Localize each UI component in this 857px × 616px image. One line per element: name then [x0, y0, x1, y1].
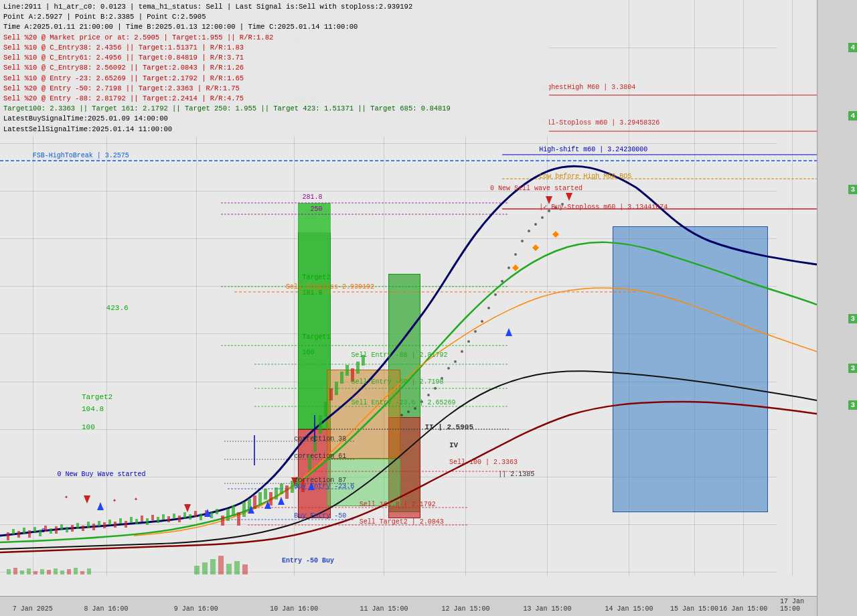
svg-rect-132 — [210, 559, 216, 574]
axis-badge-4-top: 4 — [848, 43, 857, 52]
time-label-5: 12 Jan 15:00 — [441, 605, 489, 613]
svg-rect-90 — [356, 362, 360, 374]
sell-stoploss-m60-label: Sell-Stoploss m60 | 3.29458326 — [539, 119, 659, 127]
svg-rect-48 — [130, 517, 133, 523]
svg-rect-55 — [167, 516, 170, 522]
svg-rect-59 — [189, 514, 191, 520]
roman-2-label: II | 2.5905 — [424, 423, 473, 431]
svg-rect-120 — [27, 568, 31, 574]
correction-61: correction 61 — [294, 453, 346, 460]
svg-rect-54 — [162, 514, 165, 520]
left-100: 100 — [82, 423, 95, 431]
svg-rect-72 — [258, 492, 262, 504]
svg-rect-129 — [87, 568, 91, 574]
entry-minus50-buy-label: Entry -50 Buy — [282, 557, 334, 564]
svg-rect-128 — [80, 571, 84, 574]
svg-rect-34 — [55, 526, 58, 534]
svg-marker-145 — [184, 504, 191, 512]
svg-rect-43 — [103, 522, 106, 528]
info-line-7: Sell %10 @ Entry -23: 2.65269 || Target:… — [3, 74, 546, 84]
svg-rect-36 — [66, 527, 68, 532]
svg-rect-30 — [33, 527, 36, 532]
time-label-7: 14 Jan 15:00 — [605, 605, 653, 613]
svg-text:✦: ✦ — [64, 493, 68, 501]
svg-rect-46 — [119, 518, 122, 524]
svg-rect-84 — [324, 402, 327, 416]
info-line-12: LatestSellSignalTime:2025.01.14 11:00:00 — [3, 125, 546, 135]
svg-rect-135 — [234, 561, 240, 574]
svg-marker-137 — [97, 502, 104, 510]
sell-entry-50: Sell Entry -50 | 2.7198 — [352, 378, 444, 386]
fib-250: 250 — [311, 206, 323, 213]
svg-rect-25 — [7, 532, 9, 540]
highest-high-label: HighestHigh M60 | 3.3804 — [539, 84, 635, 91]
svg-rect-67 — [232, 506, 235, 516]
info-line-0: Line:2911 | h1_atr_c0: 0.0123 | tema_h1_… — [3, 2, 546, 12]
target2-label: Target2 — [302, 274, 330, 281]
info-line-1: Point A:2.5927 | Point B:2.3385 | Point … — [3, 12, 546, 22]
info-line-11: LatestBuySignalTime:2025.01.09 14:00:00 — [3, 114, 546, 124]
svg-rect-125 — [60, 570, 64, 574]
info-line-10: Target100: 2.3363 || Target 161: 2.1792 … — [3, 104, 546, 114]
svg-rect-121 — [33, 571, 37, 574]
svg-rect-77 — [285, 485, 289, 499]
svg-rect-33 — [50, 528, 52, 534]
svg-text:0: 0 — [42, 528, 45, 534]
svg-marker-150 — [532, 244, 539, 251]
fib-281: 281.8 — [302, 194, 322, 201]
fsb-label: FSB-HighToBreak | 3.2575 — [33, 152, 129, 159]
svg-point-100 — [454, 360, 457, 363]
info-panel: Line:2911 | h1_atr_c0: 0.0123 | tema_h1_… — [0, 0, 549, 137]
svg-point-96 — [427, 394, 430, 396]
svg-rect-28 — [23, 528, 25, 534]
svg-text:✦: ✦ — [112, 497, 116, 504]
svg-rect-118 — [13, 568, 17, 574]
new-sell-wave: 0 New Sell wave started — [490, 185, 582, 192]
time-label-4: 11 Jan 15:00 — [360, 605, 408, 613]
svg-rect-56 — [173, 514, 175, 519]
svg-rect-58 — [183, 512, 186, 518]
svg-point-94 — [414, 407, 416, 410]
info-line-6: Sell %10 @ C_Entry88: 2.56092 || Target:… — [3, 63, 546, 73]
svg-point-112 — [534, 223, 537, 226]
svg-marker-149 — [512, 264, 519, 271]
axis-badge-4-mid: 4 — [848, 111, 857, 121]
right-axis: 4 4 3 3 3 3 — [817, 0, 857, 616]
svg-rect-51 — [146, 518, 149, 525]
svg-rect-37 — [71, 525, 74, 532]
svg-point-101 — [461, 350, 463, 353]
point-b-label: || 2.1385 — [498, 471, 534, 478]
svg-rect-71 — [253, 495, 256, 509]
svg-rect-86 — [335, 382, 338, 395]
time-label-1: 8 Jan 16:00 — [84, 605, 129, 613]
chart-container: Line:2911 | h1_atr_c0: 0.0123 | tema_h1_… — [0, 0, 857, 616]
left-target2-val: 104.8 — [82, 405, 104, 413]
info-line-9: Sell %20 @ Entry -88: 2.81792 || Target:… — [3, 94, 546, 104]
svg-rect-75 — [275, 487, 278, 499]
svg-rect-66 — [226, 509, 230, 521]
svg-rect-27 — [17, 531, 20, 538]
svg-rect-39 — [82, 526, 84, 531]
svg-point-103 — [474, 330, 477, 333]
svg-rect-76 — [280, 483, 283, 494]
svg-point-102 — [467, 340, 470, 343]
svg-rect-122 — [40, 569, 44, 574]
axis-badge-3-d: 3 — [848, 400, 857, 410]
svg-rect-127 — [74, 568, 78, 574]
time-label-0: 7 Jan 2025 — [13, 605, 53, 613]
axis-badge-3-a: 3 — [848, 185, 857, 194]
svg-rect-134 — [226, 564, 232, 574]
svg-point-99 — [447, 367, 450, 370]
sell-entry-88: Sell Entry -88 | 2.81792 — [352, 352, 448, 359]
svg-rect-26 — [12, 529, 15, 534]
info-line-2: Time A:2025.01.11 21:00:00 | Time B:2025… — [3, 22, 546, 32]
svg-rect-88 — [345, 365, 349, 376]
svg-point-93 — [407, 410, 410, 413]
svg-point-110 — [521, 240, 524, 242]
svg-rect-119 — [20, 570, 24, 574]
time-label-6: 13 Jan 15:00 — [523, 605, 571, 613]
svg-point-108 — [508, 266, 510, 269]
info-line-4: Sell %10 @ C_Entry38: 2.4356 || Target:1… — [3, 43, 546, 53]
svg-rect-44 — [108, 520, 111, 525]
svg-text:✦: ✦ — [134, 495, 138, 503]
